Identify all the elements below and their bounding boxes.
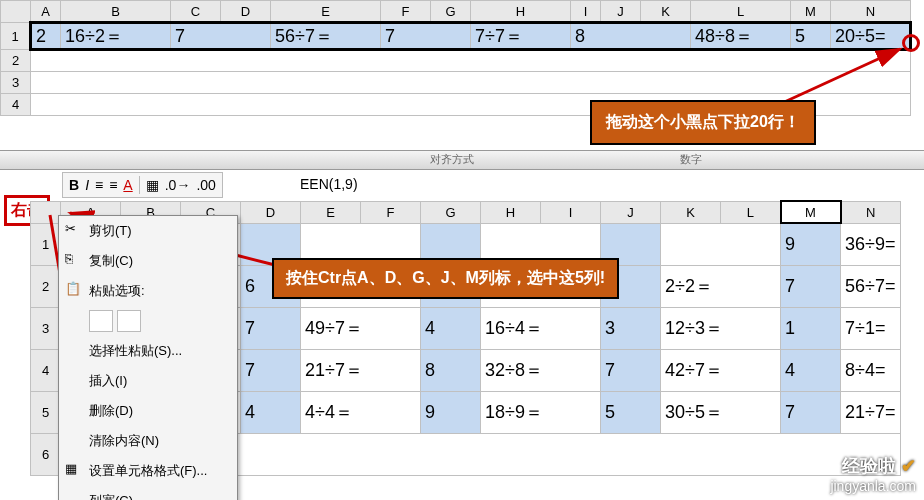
bold-button[interactable]: B	[69, 177, 79, 193]
menu-clear[interactable]: 清除内容(N)	[59, 426, 237, 456]
col-K[interactable]: K	[661, 201, 721, 223]
row-hdr[interactable]: 3	[31, 307, 61, 349]
col-M[interactable]: M	[791, 1, 831, 23]
cell[interactable]: 30÷5＝	[661, 391, 781, 433]
cell[interactable]: 20÷5=	[831, 23, 911, 50]
row-4[interactable]: 4	[1, 94, 31, 116]
cell[interactable]: 5	[601, 391, 661, 433]
cell[interactable]: 8	[571, 23, 691, 50]
decimal-inc-icon[interactable]: .0→	[165, 177, 191, 193]
cell[interactable]: 7	[601, 349, 661, 391]
col-B[interactable]: B	[61, 1, 171, 23]
cell[interactable]: 21÷7＝	[301, 349, 421, 391]
row-hdr[interactable]: 5	[31, 391, 61, 433]
italic-button[interactable]: I	[85, 177, 89, 193]
cell[interactable]: 32÷8＝	[481, 349, 601, 391]
col-G[interactable]: G	[421, 201, 481, 223]
col-A[interactable]: A	[31, 1, 61, 23]
cell[interactable]: 21÷7=	[841, 391, 901, 433]
cell[interactable]: 4	[241, 391, 301, 433]
fill-color-icon[interactable]: ▦	[146, 177, 159, 193]
row-hdr[interactable]: 2	[31, 265, 61, 307]
col-J[interactable]: J	[601, 1, 641, 23]
top-spreadsheet[interactable]: A B C D E F G H I J K L M N 1 2 16÷2＝ 7 …	[0, 0, 912, 116]
cell[interactable]: 4	[421, 307, 481, 349]
col-E[interactable]: E	[271, 1, 381, 23]
cell[interactable]: 8÷4=	[841, 349, 901, 391]
cell[interactable]: 7	[171, 23, 271, 50]
cell[interactable]: 48÷8＝	[691, 23, 791, 50]
row-2[interactable]: 2	[1, 50, 31, 72]
cell[interactable]: 7÷7＝	[471, 23, 571, 50]
col-N[interactable]: N	[831, 1, 911, 23]
cell[interactable]: 2÷2＝	[661, 265, 781, 307]
cell[interactable]: 7	[781, 391, 841, 433]
row-1[interactable]: 1	[1, 23, 31, 50]
mini-toolbar[interactable]: B I ≡ ≡ A ▦ .0→ .00	[62, 172, 223, 198]
col-H[interactable]: H	[481, 201, 541, 223]
cell[interactable]: 3	[601, 307, 661, 349]
cell[interactable]: 9	[781, 223, 841, 265]
cell[interactable]: 8	[421, 349, 481, 391]
font-color-button[interactable]: A	[123, 177, 132, 193]
col-D[interactable]: D	[241, 201, 301, 223]
row-hdr[interactable]: 4	[31, 349, 61, 391]
col-K[interactable]: K	[641, 1, 691, 23]
col-E[interactable]: E	[301, 201, 361, 223]
cell[interactable]: 18÷9＝	[481, 391, 601, 433]
cell[interactable]: 49÷7＝	[301, 307, 421, 349]
col-F[interactable]: F	[381, 1, 431, 23]
row-hdr[interactable]: 1	[31, 223, 61, 265]
cell[interactable]: 7	[781, 265, 841, 307]
row-3[interactable]: 3	[1, 72, 31, 94]
col-M[interactable]: M	[781, 201, 841, 223]
paste-option-1[interactable]	[89, 310, 113, 332]
cell[interactable]: 7	[241, 349, 301, 391]
menu-delete[interactable]: 删除(D)	[59, 396, 237, 426]
col-D[interactable]: D	[221, 1, 271, 23]
cell[interactable]: 42÷7＝	[661, 349, 781, 391]
align-icon[interactable]: ≡	[95, 177, 103, 193]
cell[interactable]: 56÷7=	[841, 265, 901, 307]
paste-option-2[interactable]	[117, 310, 141, 332]
row-hdr[interactable]: 6	[31, 433, 61, 475]
context-menu[interactable]: ✂剪切(T) ⎘复制(C) 📋粘贴选项: 选择性粘贴(S)... 插入(I) 删…	[58, 215, 238, 500]
menu-cut[interactable]: ✂剪切(T)	[59, 216, 237, 246]
cell[interactable]: 36÷9=	[841, 223, 901, 265]
col-L[interactable]: L	[721, 201, 781, 223]
select-all-corner[interactable]	[1, 1, 31, 23]
align-icon[interactable]: ≡	[109, 177, 117, 193]
cell[interactable]: 7	[241, 307, 301, 349]
cell[interactable]: 5	[791, 23, 831, 50]
col-F[interactable]: F	[361, 201, 421, 223]
cell[interactable]: 4÷4＝	[301, 391, 421, 433]
cell[interactable]: 1	[781, 307, 841, 349]
formula-bar[interactable]: EEN(1,9)	[300, 176, 358, 192]
cell[interactable]	[31, 72, 911, 94]
col-L[interactable]: L	[691, 1, 791, 23]
menu-column-width[interactable]: 列宽(C)...	[59, 486, 237, 500]
cell[interactable]: 7	[381, 23, 471, 50]
col-J[interactable]: J	[601, 201, 661, 223]
cell[interactable]: 12÷3＝	[661, 307, 781, 349]
cell[interactable]	[31, 50, 911, 72]
corner[interactable]	[31, 201, 61, 223]
decimal-dec-icon[interactable]: .00	[196, 177, 215, 193]
col-I[interactable]: I	[571, 1, 601, 23]
cell[interactable]	[661, 223, 781, 265]
menu-paste-special[interactable]: 选择性粘贴(S)...	[59, 336, 237, 366]
cell[interactable]: 2	[31, 23, 61, 50]
col-N[interactable]: N	[841, 201, 901, 223]
cell[interactable]: 16÷4＝	[481, 307, 601, 349]
col-I[interactable]: I	[541, 201, 601, 223]
col-H[interactable]: H	[471, 1, 571, 23]
col-G[interactable]: G	[431, 1, 471, 23]
menu-copy[interactable]: ⎘复制(C)	[59, 246, 237, 276]
cell[interactable]: 4	[781, 349, 841, 391]
cell[interactable]: 9	[421, 391, 481, 433]
cell[interactable]: 7÷1=	[841, 307, 901, 349]
col-C[interactable]: C	[171, 1, 221, 23]
menu-format-cells[interactable]: ▦设置单元格格式(F)...	[59, 456, 237, 486]
cell[interactable]: 56÷7＝	[271, 23, 381, 50]
menu-insert[interactable]: 插入(I)	[59, 366, 237, 396]
